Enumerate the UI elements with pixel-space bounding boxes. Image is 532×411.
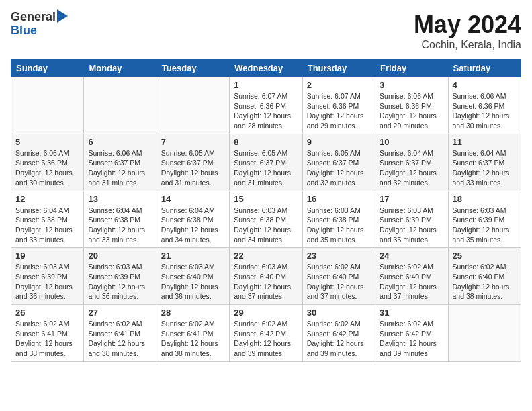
day-info: Sunrise: 6:03 AMSunset: 6:39 PMDaylight:…: [15, 262, 79, 302]
calendar-cell: 24Sunrise: 6:02 AMSunset: 6:40 PMDayligh…: [375, 248, 448, 305]
weekday-header-tuesday: Tuesday: [157, 60, 229, 77]
day-number: 14: [161, 194, 225, 204]
day-number: 10: [380, 137, 443, 147]
weekday-header-monday: Monday: [84, 60, 157, 77]
weekday-header-friday: Friday: [375, 60, 448, 77]
day-number: 5: [15, 137, 79, 147]
day-number: 21: [161, 250, 225, 261]
calendar-header: SundayMondayTuesdayWednesdayThursdayFrid…: [11, 60, 521, 77]
day-info: Sunrise: 6:02 AMSunset: 6:42 PMDaylight:…: [307, 319, 371, 359]
day-info: Sunrise: 6:02 AMSunset: 6:40 PMDaylight:…: [307, 262, 371, 302]
day-number: 7: [161, 137, 225, 147]
day-number: 15: [234, 194, 298, 204]
day-info: Sunrise: 6:03 AMSunset: 6:38 PMDaylight:…: [307, 205, 371, 245]
day-info: Sunrise: 6:06 AMSunset: 6:36 PMDaylight:…: [15, 148, 79, 188]
calendar-cell: [11, 77, 84, 134]
calendar-cell: 9Sunrise: 6:05 AMSunset: 6:37 PMDaylight…: [302, 134, 375, 191]
day-number: 18: [453, 194, 517, 204]
calendar-cell: 7Sunrise: 6:05 AMSunset: 6:37 PMDaylight…: [157, 134, 229, 191]
weekday-header-thursday: Thursday: [302, 60, 375, 77]
calendar-week-2: 5Sunrise: 6:06 AMSunset: 6:36 PMDaylight…: [11, 134, 521, 191]
calendar-cell: [157, 77, 229, 134]
logo-general: General: [11, 11, 56, 24]
day-number: 28: [161, 308, 225, 318]
day-number: 8: [234, 137, 298, 147]
calendar-cell: 29Sunrise: 6:02 AMSunset: 6:42 PMDayligh…: [230, 305, 302, 362]
logo-arrow-icon: [57, 9, 68, 23]
day-number: 23: [307, 250, 371, 261]
day-info: Sunrise: 6:02 AMSunset: 6:41 PMDaylight:…: [161, 319, 225, 359]
day-info: Sunrise: 6:06 AMSunset: 6:36 PMDaylight:…: [453, 91, 517, 131]
page-title: May 2024: [414, 11, 521, 39]
calendar-cell: 20Sunrise: 6:03 AMSunset: 6:39 PMDayligh…: [84, 248, 157, 305]
calendar-body: 1Sunrise: 6:07 AMSunset: 6:36 PMDaylight…: [11, 77, 521, 362]
calendar-cell: 15Sunrise: 6:03 AMSunset: 6:38 PMDayligh…: [230, 191, 302, 248]
weekday-header-sunday: Sunday: [11, 60, 84, 77]
calendar-cell: [84, 77, 157, 134]
calendar-week-5: 26Sunrise: 6:02 AMSunset: 6:41 PMDayligh…: [11, 305, 521, 362]
day-info: Sunrise: 6:07 AMSunset: 6:36 PMDaylight:…: [307, 91, 371, 131]
day-info: Sunrise: 6:04 AMSunset: 6:37 PMDaylight:…: [380, 148, 443, 188]
day-info: Sunrise: 6:05 AMSunset: 6:37 PMDaylight:…: [234, 148, 298, 188]
calendar-cell: 19Sunrise: 6:03 AMSunset: 6:39 PMDayligh…: [11, 248, 84, 305]
calendar-cell: 16Sunrise: 6:03 AMSunset: 6:38 PMDayligh…: [302, 191, 375, 248]
day-number: 27: [88, 308, 152, 318]
calendar-cell: 27Sunrise: 6:02 AMSunset: 6:41 PMDayligh…: [84, 305, 157, 362]
page-header: General Blue May 2024 Cochin, Kerala, In…: [11, 11, 521, 51]
day-info: Sunrise: 6:02 AMSunset: 6:41 PMDaylight:…: [88, 319, 152, 359]
title-block: May 2024 Cochin, Kerala, India: [414, 11, 521, 51]
day-number: 29: [234, 308, 298, 318]
day-info: Sunrise: 6:04 AMSunset: 6:38 PMDaylight:…: [161, 205, 225, 245]
page-subtitle: Cochin, Kerala, India: [414, 39, 521, 51]
day-number: 9: [307, 137, 371, 147]
weekday-header-row: SundayMondayTuesdayWednesdayThursdayFrid…: [11, 60, 521, 77]
weekday-header-saturday: Saturday: [448, 60, 521, 77]
calendar-cell: 5Sunrise: 6:06 AMSunset: 6:36 PMDaylight…: [11, 134, 84, 191]
calendar-cell: 8Sunrise: 6:05 AMSunset: 6:37 PMDaylight…: [230, 134, 302, 191]
calendar-cell: 4Sunrise: 6:06 AMSunset: 6:36 PMDaylight…: [448, 77, 521, 134]
day-number: 19: [15, 250, 79, 261]
calendar-cell: [448, 305, 521, 362]
day-number: 24: [380, 250, 443, 261]
day-info: Sunrise: 6:02 AMSunset: 6:40 PMDaylight:…: [380, 262, 443, 302]
day-info: Sunrise: 6:05 AMSunset: 6:37 PMDaylight:…: [161, 148, 225, 188]
day-info: Sunrise: 6:07 AMSunset: 6:36 PMDaylight:…: [234, 91, 298, 131]
calendar-cell: 26Sunrise: 6:02 AMSunset: 6:41 PMDayligh…: [11, 305, 84, 362]
day-number: 17: [380, 194, 443, 204]
weekday-header-wednesday: Wednesday: [230, 60, 302, 77]
day-info: Sunrise: 6:03 AMSunset: 6:38 PMDaylight:…: [234, 205, 298, 245]
day-info: Sunrise: 6:05 AMSunset: 6:37 PMDaylight:…: [307, 148, 371, 188]
calendar-cell: 11Sunrise: 6:04 AMSunset: 6:37 PMDayligh…: [448, 134, 521, 191]
calendar-cell: 25Sunrise: 6:02 AMSunset: 6:40 PMDayligh…: [448, 248, 521, 305]
day-info: Sunrise: 6:03 AMSunset: 6:39 PMDaylight:…: [453, 205, 517, 245]
day-info: Sunrise: 6:02 AMSunset: 6:42 PMDaylight:…: [380, 319, 443, 359]
day-info: Sunrise: 6:04 AMSunset: 6:38 PMDaylight:…: [15, 205, 79, 245]
calendar-cell: 17Sunrise: 6:03 AMSunset: 6:39 PMDayligh…: [375, 191, 448, 248]
calendar-table: SundayMondayTuesdayWednesdayThursdayFrid…: [11, 59, 521, 362]
calendar-cell: 23Sunrise: 6:02 AMSunset: 6:40 PMDayligh…: [302, 248, 375, 305]
calendar-cell: 1Sunrise: 6:07 AMSunset: 6:36 PMDaylight…: [230, 77, 302, 134]
calendar-week-4: 19Sunrise: 6:03 AMSunset: 6:39 PMDayligh…: [11, 248, 521, 305]
day-info: Sunrise: 6:06 AMSunset: 6:36 PMDaylight:…: [380, 91, 443, 131]
calendar-cell: 31Sunrise: 6:02 AMSunset: 6:42 PMDayligh…: [375, 305, 448, 362]
day-number: 2: [307, 80, 371, 90]
day-info: Sunrise: 6:03 AMSunset: 6:39 PMDaylight:…: [88, 262, 152, 302]
day-number: 30: [307, 308, 371, 318]
day-info: Sunrise: 6:02 AMSunset: 6:42 PMDaylight:…: [234, 319, 298, 359]
calendar-cell: 14Sunrise: 6:04 AMSunset: 6:38 PMDayligh…: [157, 191, 229, 248]
calendar-cell: 28Sunrise: 6:02 AMSunset: 6:41 PMDayligh…: [157, 305, 229, 362]
calendar-cell: 6Sunrise: 6:06 AMSunset: 6:37 PMDaylight…: [84, 134, 157, 191]
calendar-cell: 18Sunrise: 6:03 AMSunset: 6:39 PMDayligh…: [448, 191, 521, 248]
calendar-cell: 30Sunrise: 6:02 AMSunset: 6:42 PMDayligh…: [302, 305, 375, 362]
day-number: 22: [234, 250, 298, 261]
calendar-cell: 22Sunrise: 6:03 AMSunset: 6:40 PMDayligh…: [230, 248, 302, 305]
calendar-cell: 3Sunrise: 6:06 AMSunset: 6:36 PMDaylight…: [375, 77, 448, 134]
day-number: 25: [453, 250, 517, 261]
day-number: 12: [15, 194, 79, 204]
day-number: 3: [380, 80, 443, 90]
calendar-week-3: 12Sunrise: 6:04 AMSunset: 6:38 PMDayligh…: [11, 191, 521, 248]
logo-blue: Blue: [11, 24, 68, 38]
day-info: Sunrise: 6:02 AMSunset: 6:40 PMDaylight:…: [453, 262, 517, 302]
day-number: 26: [15, 308, 79, 318]
calendar-cell: 21Sunrise: 6:03 AMSunset: 6:40 PMDayligh…: [157, 248, 229, 305]
